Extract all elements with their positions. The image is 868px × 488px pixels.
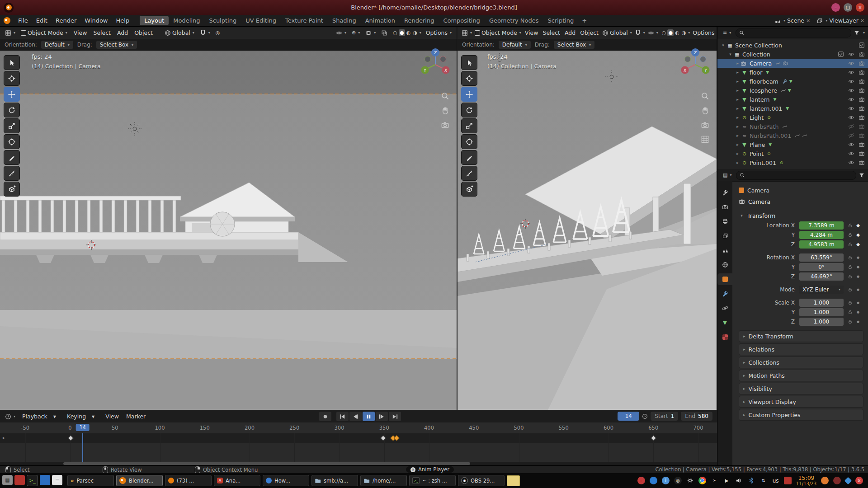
outliner-item-label[interactable]: Plane — [750, 141, 765, 148]
expand-arrow-icon[interactable]: ▾ — [720, 43, 726, 47]
tool-scale[interactable] — [461, 118, 477, 133]
menubar-item-help[interactable]: Help — [112, 17, 134, 24]
expand-arrow-icon[interactable]: ▸ — [735, 97, 741, 102]
properties-search-input[interactable] — [736, 171, 856, 180]
editor-type-button[interactable]: ≡▾ — [721, 28, 733, 38]
outliner-row-nurbspath-001[interactable]: ▸≈NurbsPath.001 — [717, 131, 868, 140]
outliner-item-label[interactable]: NurbsPath.001 — [750, 132, 791, 139]
navigation-gizmo[interactable]: Z X Y — [679, 47, 712, 80]
keyframe-decorator[interactable]: ● — [854, 275, 862, 278]
collection-checkbox[interactable] — [838, 51, 844, 57]
hide-viewport-toggle[interactable] — [848, 123, 854, 130]
tool-add-cube[interactable] — [461, 182, 477, 197]
disable-render-toggle[interactable] — [859, 96, 865, 103]
editor-type-button[interactable]: ▤▾ — [721, 171, 734, 180]
blender-app-icon[interactable] — [4, 3, 14, 13]
viewport-3d-canvas[interactable] — [458, 50, 717, 410]
next-keyframe-button[interactable] — [376, 412, 388, 421]
expand-arrow-icon[interactable]: ▾ — [727, 52, 733, 56]
expand-arrow-icon[interactable]: ▸ — [735, 133, 741, 138]
taskbar-window-how-[interactable]: How... — [263, 475, 309, 486]
hide-viewport-toggle[interactable] — [848, 87, 854, 94]
hide-viewport-toggle[interactable] — [848, 141, 854, 148]
options-dropdown[interactable]: Options▾ — [424, 28, 454, 38]
viewport-menu-view[interactable]: View — [71, 29, 90, 36]
workspace-tab-layout[interactable]: Layout — [140, 16, 169, 25]
launcher-browser[interactable] — [14, 475, 25, 485]
menubar-item-render[interactable]: Render — [52, 17, 80, 24]
playhead-frame-badge[interactable]: 14 — [75, 424, 90, 431]
outliner-item-label[interactable]: Point — [750, 150, 764, 157]
expand-arrow-icon[interactable]: ▸ — [735, 106, 741, 111]
prev-keyframe-button[interactable] — [349, 412, 362, 421]
properties-tab-view-layer[interactable] — [717, 230, 732, 242]
network-icon[interactable]: ⇅ — [760, 477, 767, 484]
disable-render-toggle[interactable] — [859, 78, 865, 84]
blender-logo-icon[interactable] — [4, 17, 10, 24]
keyframe-decorator[interactable]: ◆ — [854, 242, 862, 247]
viewport-menu-select[interactable]: Select — [90, 29, 114, 36]
field-value-rotation-x[interactable]: 63.559° — [799, 253, 844, 262]
outliner-row-nurbspath[interactable]: ▸≈NurbsPath — [717, 122, 868, 131]
shading-wireframe-button[interactable]: ○ — [392, 29, 398, 36]
taskbar-window--home-[interactable]: /home/... — [360, 475, 407, 486]
disable-render-toggle[interactable] — [859, 69, 865, 75]
expand-arrow-icon[interactable]: ▸ — [735, 70, 741, 75]
visibility-dropdown[interactable]: ▾ — [334, 28, 349, 38]
settings-gear-icon[interactable] — [686, 477, 694, 484]
outliner-row-floorbeam[interactable]: ▸▼floorbeam▼ — [717, 77, 868, 86]
properties-tab-tool[interactable] — [717, 187, 732, 198]
maximize-button[interactable]: ▢ — [844, 3, 852, 12]
taskbar-window--zsh-[interactable]: >_~ : zsh ... — [409, 475, 456, 486]
outliner-row-floor[interactable]: ▸▼floor▼ — [717, 68, 868, 77]
disable-render-toggle[interactable] — [859, 150, 865, 157]
expand-arrow-icon[interactable]: ▸ — [735, 151, 741, 156]
outliner-row-light[interactable]: ▸⊙Light⊙ — [717, 113, 868, 122]
workspace-tab-rendering[interactable]: Rendering — [400, 16, 439, 25]
quit-tray-icon[interactable]: × — [855, 477, 863, 484]
frame-start-field[interactable]: Start1 — [651, 412, 678, 421]
taskbar-window-smb-a-[interactable]: smb://a... — [311, 475, 358, 486]
workspace-tab-scripting[interactable]: Scripting — [543, 16, 579, 25]
options-dropdown[interactable]: Options▾ — [691, 28, 717, 38]
expand-arrow-icon[interactable]: ▸ — [735, 79, 741, 84]
pan-hand-icon[interactable] — [441, 106, 449, 115]
add-workspace-button[interactable]: + — [578, 17, 590, 24]
panel-motion-paths[interactable]: ▸Motion Paths — [739, 370, 863, 381]
tool-move[interactable] — [4, 87, 20, 102]
scissors-icon[interactable]: ✂ — [711, 477, 718, 484]
properties-tab-render[interactable] — [717, 201, 732, 213]
tool-drag-dropdown[interactable]: Select Box▾ — [553, 40, 595, 49]
shading-material-button[interactable]: ◐ — [406, 29, 412, 36]
keyframe-decorator[interactable]: ● — [854, 310, 862, 314]
launcher-notes[interactable]: ≡ — [52, 475, 62, 485]
menubar-item-edit[interactable]: Edit — [32, 17, 52, 24]
channel-expand-arrow[interactable]: ▸ — [3, 435, 5, 440]
notes-swatch[interactable] — [507, 475, 520, 486]
lock-icon[interactable] — [845, 287, 854, 292]
unlink-scene-icon[interactable]: × — [806, 18, 810, 23]
viewport-menu-select[interactable]: Select — [540, 29, 562, 36]
hide-viewport-toggle[interactable] — [848, 150, 854, 157]
editor-type-button[interactable]: ▾ — [460, 28, 473, 38]
hide-viewport-toggle[interactable] — [848, 105, 854, 112]
chrome-icon[interactable] — [698, 477, 706, 484]
panel-relations[interactable]: ▸Relations — [739, 343, 863, 355]
properties-tab-modifiers[interactable] — [717, 288, 732, 300]
timeline-menu-view[interactable]: View — [102, 413, 123, 420]
viewport-3d-canvas[interactable] — [0, 50, 457, 410]
auto-keying-button[interactable] — [319, 412, 331, 421]
viewport-menu-object[interactable]: Object — [131, 29, 156, 36]
outliner-item-label[interactable]: lantern.001 — [750, 105, 782, 112]
outliner-item-label[interactable]: floor — [750, 69, 762, 76]
shading-solid-button[interactable]: ● — [667, 29, 674, 36]
tool-orientation-dropdown[interactable]: Default▾ — [41, 40, 74, 49]
shading-rendered-button[interactable]: ◑ — [412, 29, 418, 36]
orthographic-grid-icon[interactable] — [701, 135, 709, 144]
preview-range-clock-icon[interactable] — [642, 413, 648, 419]
keyframe-decorator[interactable]: ● — [854, 256, 862, 259]
expand-arrow-icon[interactable]: ▸ — [735, 88, 741, 93]
disable-render-toggle[interactable] — [859, 132, 865, 139]
minimize-button[interactable]: – — [831, 3, 840, 12]
properties-tab-scene[interactable] — [717, 244, 732, 256]
